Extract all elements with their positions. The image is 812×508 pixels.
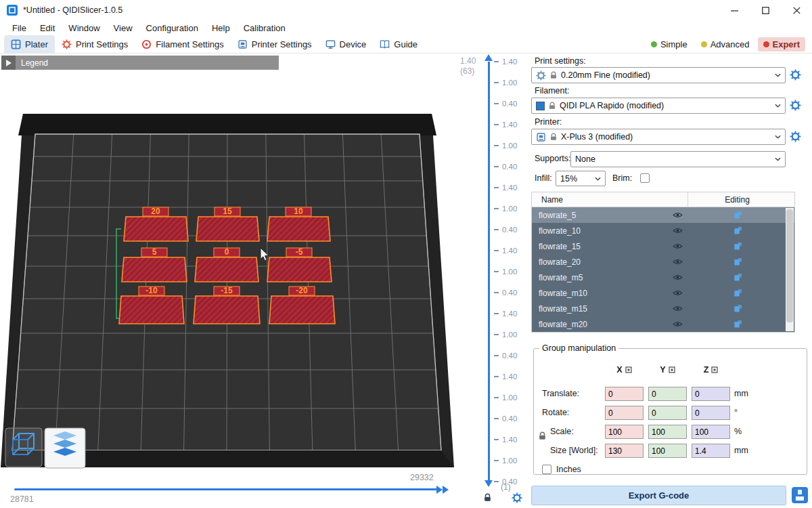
tab-guide[interactable]: Guide [373,35,424,53]
tab-device[interactable]: Device [319,35,374,53]
menu-configuration[interactable]: Configuration [139,22,205,35]
object-row[interactable]: flowrate_15 [532,238,794,254]
object-row[interactable]: flowrate_10 [532,223,794,238]
filament-value: QIDI PLA Rapido (modified) [560,101,664,110]
scale-z-input[interactable] [692,425,730,439]
menu-view[interactable]: View [107,22,139,35]
layer-slider-top-arrow[interactable] [484,54,493,61]
edit-icon[interactable] [734,242,742,251]
eye-icon[interactable] [673,305,683,312]
close-button[interactable] [781,0,812,20]
filament-select[interactable]: QIDI PLA Rapido (modified) [531,98,786,114]
mode-advanced[interactable]: Advanced [696,37,755,51]
plater-icon [11,39,21,49]
object-row[interactable]: flowrate_5 [532,207,794,223]
size-row: Size [World]: mm [534,444,807,459]
eye-icon[interactable] [673,274,683,281]
lock-icon[interactable] [483,493,492,502]
filament-gear-button[interactable] [790,100,801,111]
maximize-button[interactable] [750,0,781,20]
tab-print-settings[interactable]: Print Settings [55,35,135,53]
inches-checkbox[interactable] [542,465,551,474]
layer-tick: 0.40 [494,100,517,108]
menu-calibration[interactable]: Calibration [237,22,292,35]
mode-simple[interactable]: Simple [646,37,693,51]
window-title: *Untitled - QIDISlicer-1.0.5 [23,5,122,15]
size-y-input[interactable] [648,444,687,458]
view-cube-button[interactable] [5,428,42,467]
send-to-printer-icon[interactable] [792,487,808,503]
scale-x-input[interactable] [605,425,644,439]
app-logo-icon [7,5,18,16]
tab-filament-settings[interactable]: Filament Settings [135,35,230,53]
tab-plater[interactable]: Plater [4,35,55,53]
translate-x-input[interactable] [605,387,644,401]
axis-y-header: Y [648,365,687,375]
edit-icon[interactable] [734,226,742,235]
gear-icon[interactable] [512,492,522,503]
menu-file[interactable]: File [5,22,33,35]
size-x-input[interactable] [605,444,644,458]
object-row[interactable]: flowrate_m5 [532,270,794,285]
brim-label: Brim: [612,173,632,183]
object-row[interactable]: flowrate_m15 [532,301,794,316]
size-z-input[interactable] [692,444,730,458]
brim-checkbox[interactable] [640,173,650,183]
eye-icon[interactable] [673,211,683,219]
scale-y-input[interactable] [648,425,687,439]
eye-icon[interactable] [673,258,683,266]
eye-icon[interactable] [673,320,683,328]
eye-icon[interactable] [673,242,683,250]
layer-tick: 0.40 [494,352,517,360]
mode-label: Expert [773,39,800,49]
edit-icon[interactable] [734,304,742,313]
hslider-arrow-icon[interactable] [443,486,449,494]
axis-z-header: Z [692,365,730,375]
menu-help[interactable]: Help [205,22,237,35]
hslider-arrow-icon[interactable] [436,486,443,494]
menu-edit[interactable]: Edit [33,22,62,35]
print-settings-gear-button[interactable] [790,69,801,81]
rotate-x-input[interactable] [605,406,644,420]
viewport-3d[interactable]: Legend [0,54,455,508]
printer-select[interactable]: X-Plus 3 (modified) [531,129,786,145]
filament-label: Filament: [535,86,569,96]
uniform-scale-lock-icon[interactable] [538,431,547,440]
menu-window[interactable]: Window [62,22,106,35]
object-row[interactable]: flowrate_20 [532,254,794,270]
eye-icon[interactable] [673,289,683,297]
edit-icon[interactable] [734,289,742,297]
horizontal-slider[interactable] [14,488,438,490]
printer-gear-button[interactable] [790,131,801,142]
print-settings-select[interactable]: 0.20mm Fine (modified) [531,67,786,83]
export-gcode-button[interactable]: Export G-code [531,486,786,505]
edit-icon[interactable] [734,211,742,219]
translate-z-input[interactable] [692,387,730,401]
tab-printer-settings[interactable]: Printer Settings [231,35,319,53]
edit-icon[interactable] [734,273,742,282]
svg-text:-20: -20 [296,286,308,295]
rotate-z-input[interactable] [692,406,730,420]
translate-label: Translate: [542,389,579,398]
gear-icon [62,39,72,49]
supports-select[interactable]: None [570,151,786,167]
list-scrollbar[interactable] [786,208,794,331]
size-unit: mm [734,446,748,455]
edit-icon[interactable] [734,320,742,329]
layer-slider-bottom-arrow[interactable] [484,480,493,487]
layer-tick: 1.40 [494,373,517,381]
layer-height-button[interactable] [45,428,85,468]
infill-select[interactable]: 15% [556,171,606,186]
minimize-button[interactable] [719,0,750,20]
edit-icon[interactable] [734,257,742,266]
lock-icon [549,71,558,79]
eye-icon[interactable] [673,227,683,234]
rotate-y-input[interactable] [648,406,687,420]
object-row[interactable]: flowrate_m20 [532,316,794,332]
translate-y-input[interactable] [648,387,687,401]
viewport-3d-scene[interactable]: 20 15 10 5 [0,54,455,508]
legend-toggle[interactable]: Legend [1,56,279,70]
mode-expert[interactable]: Expert [758,37,805,51]
object-row[interactable]: flowrate_m10 [532,285,794,301]
layer-slider-track[interactable] [488,62,490,482]
